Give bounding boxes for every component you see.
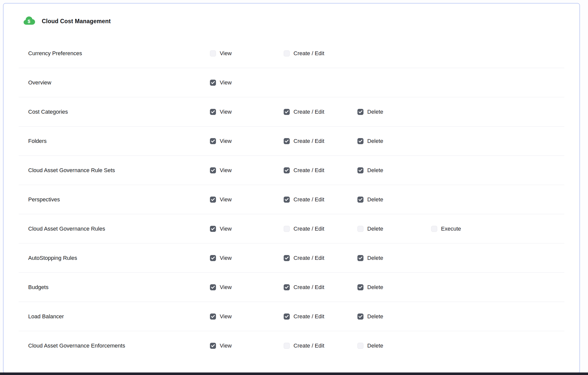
bottom-edge-bar (0, 372, 588, 375)
checkbox-unchecked[interactable] (284, 343, 290, 349)
checkbox-checked[interactable] (357, 109, 363, 115)
permission-cell: Delete (357, 196, 431, 203)
checkbox-checked[interactable] (210, 138, 216, 144)
permission-cell: Delete (357, 226, 431, 232)
permission-cell: Create / Edit (284, 226, 357, 232)
permission-label: Delete (367, 255, 383, 261)
permission-row: Cloud Asset Governance Enforcements View… (19, 331, 564, 360)
permission-label: Create / Edit (293, 138, 324, 144)
row-label: Load Balancer (19, 313, 210, 320)
permission-cell: View (210, 79, 284, 86)
permission-label: Delete (367, 138, 383, 144)
checkbox-checked[interactable] (210, 109, 216, 115)
card-header: $ Cloud Cost Management (4, 4, 579, 39)
checkbox-checked[interactable] (210, 255, 216, 261)
permission-label: View (220, 226, 232, 232)
permission-label: Create / Edit (293, 196, 324, 203)
checkbox-checked[interactable] (210, 226, 216, 232)
checkbox-unchecked[interactable] (284, 226, 290, 232)
checkbox-checked[interactable] (357, 138, 363, 144)
permission-cell: Create / Edit (284, 109, 357, 115)
permission-label: View (220, 284, 232, 291)
permission-cell: Delete (357, 284, 431, 291)
permission-label: Create / Edit (293, 226, 324, 232)
permission-label: View (220, 138, 232, 144)
checkbox-checked[interactable] (210, 343, 216, 349)
permission-cell: Delete (357, 342, 431, 349)
checkbox-checked[interactable] (357, 197, 363, 203)
permission-label: Delete (367, 284, 383, 291)
permission-cells: ViewCreate / EditDeleteExecute (210, 226, 505, 232)
permission-cell: View (210, 255, 284, 261)
permission-cells: ViewCreate / EditDelete (210, 196, 431, 203)
page: $ Cloud Cost Management Currency Prefere… (0, 0, 588, 375)
permission-label: Delete (367, 342, 383, 349)
permission-row: Overview View (19, 68, 564, 97)
permission-row: AutoStopping Rules ViewCreate / EditDele… (19, 243, 564, 273)
permission-label: View (220, 313, 232, 320)
checkbox-checked[interactable] (284, 255, 290, 261)
permission-cells: View (210, 79, 284, 86)
permission-cell: Create / Edit (284, 342, 357, 349)
checkbox-checked[interactable] (284, 138, 290, 144)
checkbox-checked[interactable] (357, 167, 363, 173)
checkbox-checked[interactable] (284, 197, 290, 203)
checkbox-unchecked[interactable] (357, 226, 363, 232)
permission-cell: Execute (431, 226, 505, 232)
permission-cells: ViewCreate / EditDelete (210, 284, 431, 291)
checkbox-unchecked[interactable] (210, 50, 216, 56)
permission-cell: View (210, 138, 284, 144)
permission-label: Create / Edit (293, 109, 324, 115)
permission-cell: Delete (357, 313, 431, 320)
permission-row: Cost Categories ViewCreate / EditDelete (19, 97, 564, 127)
svg-text:$: $ (28, 19, 30, 24)
permission-cell: Create / Edit (284, 50, 357, 57)
checkbox-checked[interactable] (284, 109, 290, 115)
permission-cells: ViewCreate / EditDelete (210, 138, 431, 144)
permission-label: Create / Edit (293, 313, 324, 320)
permission-cell: Create / Edit (284, 167, 357, 174)
checkbox-checked[interactable] (210, 167, 216, 173)
checkbox-checked[interactable] (357, 284, 363, 290)
row-label: Cloud Asset Governance Rules (19, 226, 210, 232)
permission-cell: Delete (357, 138, 431, 144)
checkbox-checked[interactable] (357, 255, 363, 261)
permission-label: View (220, 255, 232, 261)
permission-label: View (220, 167, 232, 174)
permission-cell: View (210, 226, 284, 232)
checkbox-checked[interactable] (210, 197, 216, 203)
permission-label: View (220, 342, 232, 349)
permission-cell: Delete (357, 255, 431, 261)
checkbox-checked[interactable] (284, 167, 290, 173)
checkbox-unchecked[interactable] (431, 226, 437, 232)
permission-cell: Create / Edit (284, 255, 357, 261)
checkbox-checked[interactable] (284, 284, 290, 290)
checkbox-checked[interactable] (284, 314, 290, 320)
permission-row: Load Balancer ViewCreate / EditDelete (19, 302, 564, 331)
permission-cell: View (210, 313, 284, 320)
permission-cell: Create / Edit (284, 284, 357, 291)
checkbox-checked[interactable] (210, 314, 216, 320)
row-label: Budgets (19, 284, 210, 291)
permission-cells: ViewCreate / EditDelete (210, 313, 431, 320)
row-label: Currency Preferences (19, 50, 210, 57)
permission-row: Budgets ViewCreate / EditDelete (19, 273, 564, 302)
checkbox-unchecked[interactable] (357, 343, 363, 349)
permission-label: View (220, 50, 232, 57)
checkbox-checked[interactable] (357, 314, 363, 320)
permission-cell: View (210, 342, 284, 349)
permission-label: View (220, 196, 232, 203)
permission-row: Cloud Asset Governance Rule Sets ViewCre… (19, 156, 564, 185)
permission-cell: View (210, 196, 284, 203)
permission-cell: View (210, 50, 284, 57)
row-label: Perspectives (19, 196, 210, 203)
checkbox-checked[interactable] (210, 80, 216, 86)
checkbox-unchecked[interactable] (284, 50, 290, 56)
permission-label: Create / Edit (293, 284, 324, 291)
permission-label: Execute (441, 226, 461, 232)
permission-label: View (220, 79, 232, 86)
permission-label: Delete (367, 313, 383, 320)
checkbox-checked[interactable] (210, 284, 216, 290)
permission-cells: ViewCreate / EditDelete (210, 255, 431, 261)
permission-cell: Delete (357, 167, 431, 174)
